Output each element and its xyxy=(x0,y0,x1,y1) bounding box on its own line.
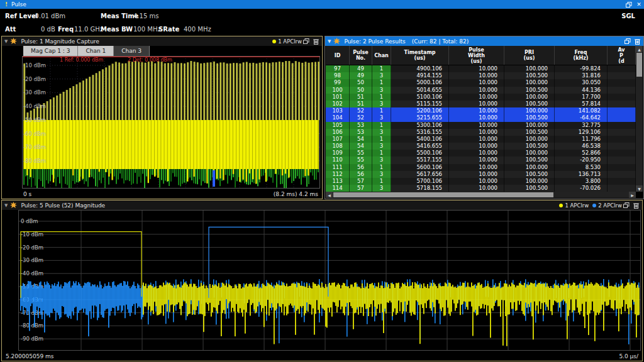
tab-mag-cap-1-3[interactable]: Mag Cap 1 : 3 xyxy=(23,46,78,56)
pulse-results-panel: ▼ Pulse: 2 Pulse Results (Curr: 82 | Tot… xyxy=(325,36,644,199)
column-header-avg_power[interactable]: AvP(d xyxy=(608,46,636,65)
cell-avg_power xyxy=(608,156,636,163)
undock-panel-icon[interactable] xyxy=(302,38,310,45)
header-field-freq[interactable]: Freq11.0 GHz xyxy=(58,26,74,33)
delete-panel-icon[interactable] xyxy=(633,38,641,45)
panel-menu-caret-icon[interactable]: ▼ xyxy=(4,203,8,208)
cell-pulse_width: 10.000 xyxy=(449,171,504,178)
cell-freq: 136.713 xyxy=(555,171,608,178)
delete-panel-icon[interactable] xyxy=(312,38,320,45)
vertical-scroll-thumb[interactable] xyxy=(636,53,642,77)
cell-timestamp: 4900.106 xyxy=(391,65,449,72)
delete-panel-icon[interactable] xyxy=(632,202,640,209)
cell-pulse_width: 10.000 xyxy=(449,94,504,101)
pulse-trace-svg: 0 dBm-10 dBm-20 dBm-30 dBm-40 dBm-50 dBm… xyxy=(18,210,641,351)
cell-pulse_width: 10.000 xyxy=(449,156,504,163)
table-row[interactable]: 1065335316.15510.000100.500129.106 xyxy=(326,129,636,136)
table-row[interactable]: 1115615600.10610.000100.0008.530 xyxy=(326,164,636,171)
cell-pulse_width: 10.000 xyxy=(449,122,504,129)
svg-text:-40 dBm: -40 dBm xyxy=(23,103,46,109)
cell-avg_power xyxy=(608,185,636,192)
table-row[interactable]: 1135715700.10610.000100.0003.800 xyxy=(326,178,636,185)
scroll-down-icon[interactable]: ▼ xyxy=(636,185,643,192)
capture-panel-titlebar: ▼ Pulse: 1 Magnitude Capture 1 APClrw xyxy=(2,36,322,46)
column-header-pri[interactable]: PRI(us) xyxy=(504,46,555,65)
results-count: (Curr: 82 | Total: 82) xyxy=(412,38,469,45)
cell-timestamp: 5400.106 xyxy=(391,136,449,143)
vertical-scrollbar[interactable]: ▲ ▼ xyxy=(636,46,643,192)
table-row[interactable]: 1005035014.65510.000100.50044.136 xyxy=(326,87,636,94)
horizontal-scrollbar[interactable]: ◀ ▶ xyxy=(326,192,636,198)
column-header-pulse_no[interactable]: PulseNo. xyxy=(350,46,372,65)
cell-pulse_width: 10.000 xyxy=(449,79,504,86)
table-row[interactable]: 974914900.10610.000100.000-99.824 xyxy=(326,65,636,72)
cell-pulse_no: 54 xyxy=(350,136,372,143)
column-header-freq[interactable]: Freq(kHz) xyxy=(555,46,608,65)
svg-text:-20 dBm: -20 dBm xyxy=(21,244,43,251)
table-row[interactable]: 1125635617.65610.000100.500136.713 xyxy=(326,171,636,178)
cell-pri: 100.500 xyxy=(504,143,555,150)
cell-chan: 1 xyxy=(372,136,391,143)
header-field-ref-level[interactable]: Ref Level-0.01 dBm xyxy=(5,13,38,19)
capture-tabs: Mag Cap 1 : 3Chan 1Chan 3 xyxy=(2,46,322,56)
cell-timestamp: 5416.655 xyxy=(391,143,449,150)
table-row[interactable]: 1035215200.10610.000100.000141.082 xyxy=(326,107,636,114)
cell-freq: 11.796 xyxy=(555,136,608,143)
tab-chan-3[interactable]: Chan 3 xyxy=(114,46,150,56)
cell-timestamp: 5600.106 xyxy=(391,164,449,171)
cell-chan: 3 xyxy=(372,72,391,79)
cell-pulse_no: 50 xyxy=(350,87,372,94)
panel-menu-caret-icon[interactable]: ▼ xyxy=(4,39,8,44)
table-row[interactable]: 1015115100.10610.000100.00017.700 xyxy=(326,94,636,101)
table-row[interactable]: 995015000.10610.000100.00030.050 xyxy=(326,79,636,86)
cell-pri: 100.500 xyxy=(504,171,555,178)
header-field-meas-bw[interactable]: Meas BW100 MHz xyxy=(101,26,133,33)
cell-timestamp: 5517.155 xyxy=(391,156,449,163)
field-label: Meas BW xyxy=(101,26,133,33)
cell-pulse_width: 10.000 xyxy=(449,101,504,107)
undock-panel-icon[interactable] xyxy=(623,38,631,45)
table-row[interactable]: 1075415400.10610.000100.00011.796 xyxy=(326,136,636,143)
capture-panel-title: Pulse: 1 Magnitude Capture xyxy=(21,38,99,45)
table-row[interactable]: 984934914.15510.000100.50031.816 xyxy=(326,72,636,79)
scroll-left-icon[interactable]: ◀ xyxy=(326,192,333,198)
table-row[interactable]: 1045235215.65510.000100.500-64.642 xyxy=(326,114,636,121)
header-field-meas-time[interactable]: Meas Time4.15 ms xyxy=(101,13,138,19)
app-title: Pulse xyxy=(11,1,26,8)
single-sweep-badge: SGL xyxy=(621,13,635,19)
undock-panel-icon[interactable] xyxy=(622,202,630,209)
table-row[interactable]: 1085435416.65510.000100.50046.538 xyxy=(326,143,636,150)
cell-timestamp: 5316.155 xyxy=(391,129,449,136)
cell-chan: 3 xyxy=(372,114,391,121)
svg-text:-70 dBm: -70 dBm xyxy=(21,310,43,316)
field-label: Freq xyxy=(58,26,74,33)
pulse-plot: 0 dBm-10 dBm-20 dBm-30 dBm-40 dBm-50 dBm… xyxy=(18,210,641,351)
pulse-x-start: 5.200005059 ms xyxy=(6,353,53,359)
scroll-right-icon[interactable]: ▶ xyxy=(629,192,636,198)
cell-pulse_no: 55 xyxy=(350,150,372,156)
table-row[interactable]: 1025135115.15510.000100.50057.814 xyxy=(326,101,636,107)
svg-text:-70 dBm: -70 dBm xyxy=(23,144,46,150)
svg-text:-60 dBm: -60 dBm xyxy=(23,131,46,137)
close-icon[interactable]: ✕ xyxy=(634,1,644,8)
table-row[interactable]: 1095515500.10610.000100.00052.866 xyxy=(326,150,636,156)
table-row[interactable]: 1145735718.15510.000100.500-70.026 xyxy=(326,185,636,192)
column-header-chan[interactable]: Chan xyxy=(372,46,391,65)
restore-window-icon[interactable] xyxy=(624,1,634,8)
horizontal-scroll-thumb[interactable] xyxy=(333,192,553,197)
column-header-id[interactable]: ID xyxy=(326,46,350,65)
table-row[interactable]: 1055315300.10610.000100.00032.775 xyxy=(326,122,636,129)
pulse-panel-titlebar: ▼ Pulse: 5 Pulse (52) Magnitude 1 APClrw… xyxy=(2,200,642,210)
header-field-srate[interactable]: SRate400 MHz xyxy=(158,26,179,33)
column-header-pulse_width[interactable]: PulseWidth(us) xyxy=(449,46,504,65)
column-header-timestamp[interactable]: Timestamp(us) xyxy=(391,46,449,65)
cell-chan: 3 xyxy=(372,101,391,107)
tab-chan-1[interactable]: Chan 1 xyxy=(78,46,114,56)
header-field-att[interactable]: Att0 dB xyxy=(5,26,16,33)
cell-id: 97 xyxy=(326,65,350,72)
panel-menu-caret-icon[interactable]: ▼ xyxy=(328,39,331,44)
table-row[interactable]: 1105535517.15510.000100.500-20.950 xyxy=(326,156,636,163)
cell-chan: 1 xyxy=(372,178,391,185)
measurement-header: Ref Level-0.01 dBmMeas Time4.15 ms Att0 … xyxy=(0,9,644,35)
scroll-up-icon[interactable]: ▲ xyxy=(636,46,643,52)
